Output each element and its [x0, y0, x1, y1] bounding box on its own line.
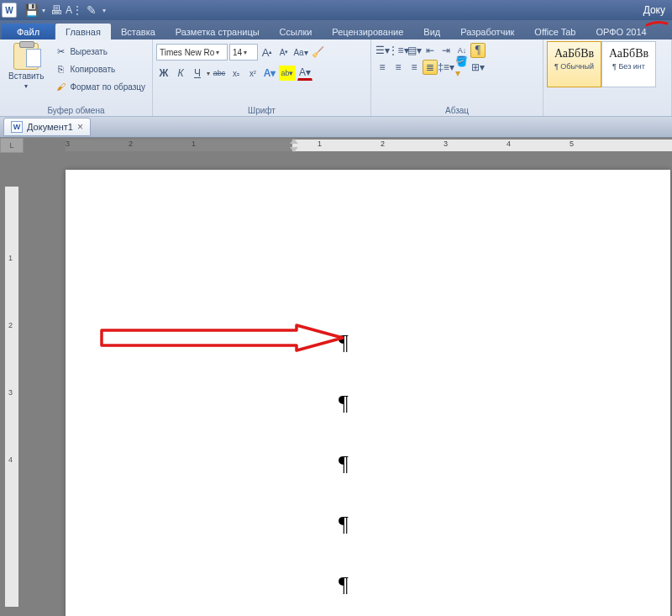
format-painter-label: Формат по образцу [70, 82, 145, 92]
style-name-label: ¶ Без инт [612, 62, 645, 71]
chevron-down-icon: ▾ [216, 49, 219, 56]
developer-tab[interactable]: Разработчик [450, 24, 524, 39]
word-app-icon: W [2, 3, 17, 18]
scissors-icon: ✂ [55, 45, 66, 57]
insert-tab[interactable]: Вставка [111, 24, 165, 39]
ruler-numbers: 32112345 [66, 140, 633, 151]
styles-group: АаБбВв ¶ Обычный АаБбВв ¶ Без инт [543, 39, 672, 116]
clipboard-group: Вставить ▾ ✂Вырезать ⎘Копировать 🖌Формат… [0, 39, 153, 116]
orfo-tab[interactable]: ОРФО 2014 [585, 24, 656, 39]
quick-access-toolbar: 💾 ▾ 🖶 A⋮ ✎ ▾ [24, 3, 107, 18]
paragraph-mark: ¶ [339, 373, 670, 434]
font-size-combo[interactable]: 14▾ [229, 44, 258, 61]
review-tab[interactable]: Рецензирование [322, 24, 413, 39]
find-icon[interactable]: A⋮ [66, 3, 81, 18]
document-tab-label: Документ1 [27, 122, 73, 132]
references-tab[interactable]: Ссылки [270, 24, 323, 39]
word-doc-icon: W [11, 121, 23, 133]
paste-button[interactable]: Вставить ▾ [3, 41, 49, 92]
superscript-button[interactable]: x² [245, 66, 260, 81]
paste-icon [13, 43, 39, 70]
strike-button[interactable]: abc [212, 66, 227, 81]
align-center-button[interactable]: ≡ [391, 60, 406, 75]
brush-icon: 🖌 [55, 81, 66, 92]
paragraph-mark: ¶ [339, 494, 670, 555]
font-group-title: Шрифт [156, 104, 367, 116]
layout-tab[interactable]: Разметка страницы [165, 24, 270, 39]
style-preview: АаБбВв [609, 47, 648, 61]
clipboard-group-title: Буфер обмена [3, 104, 149, 116]
file-tab[interactable]: Файл [2, 24, 55, 39]
borders-button[interactable]: ⊞▾ [470, 60, 486, 75]
paragraph-group: ☰▾ ⋮≡▾ ▤▾ ⇤ ⇥ A↓ ¶ ≡ ≡ ≡ ≣ ‡≡▾ 🪣▾ ⊞▾ Абз… [371, 39, 543, 116]
paste-label: Вставить [8, 71, 44, 81]
close-tab-icon[interactable]: × [77, 121, 83, 133]
decrease-indent-button[interactable]: ⇤ [423, 43, 438, 58]
ribbon-tabs: Файл Главная Вставка Разметка страницы С… [0, 20, 672, 39]
text-effects-button[interactable]: A▾ [262, 66, 277, 81]
copy-label: Копировать [70, 65, 115, 74]
paragraph-mark: ¶ [339, 555, 670, 615]
ribbon: Вставить ▾ ✂Вырезать ⎘Копировать 🖌Формат… [0, 39, 672, 117]
numbering-button[interactable]: ⋮≡▾ [391, 43, 406, 58]
print-icon[interactable]: 🖶 [49, 3, 64, 18]
grow-font-button[interactable]: A▴ [260, 45, 275, 60]
chevron-down-icon: ▾ [24, 82, 28, 90]
font-color-button[interactable]: A▾ [297, 66, 312, 81]
home-tab[interactable]: Главная [55, 24, 111, 39]
workspace: 1 2 3 4 ¶ ¶ ¶ ¶ ¶ [0, 153, 672, 616]
paragraph-group-title: Абзац [375, 104, 539, 116]
style-preview: АаБбВв [554, 47, 594, 61]
copy-button[interactable]: ⎘Копировать [52, 61, 148, 77]
font-group: Times New Ro▾ 14▾ A▴ A▾ Aa▾ 🧹 Ж К Ч ▾ ab… [153, 39, 371, 116]
underline-button[interactable]: Ч [190, 66, 205, 81]
align-right-button[interactable]: ≡ [407, 60, 422, 75]
style-normal[interactable]: АаБбВв ¶ Обычный [547, 41, 601, 87]
window-title: Доку [110, 4, 670, 16]
subscript-button[interactable]: x₂ [228, 66, 244, 81]
align-left-button[interactable]: ≡ [375, 60, 390, 75]
justify-button[interactable]: ≣ [423, 60, 438, 75]
document-page[interactable]: ¶ ¶ ¶ ¶ ¶ [66, 170, 670, 616]
show-paragraph-marks-button[interactable]: ¶ [470, 43, 486, 58]
multilevel-button[interactable]: ▤▾ [407, 43, 422, 58]
copy-icon: ⎘ [55, 63, 66, 75]
italic-button[interactable]: К [173, 66, 188, 81]
page-area: ¶ ¶ ¶ ¶ ¶ [24, 153, 672, 616]
chevron-down-icon[interactable]: ▾ [207, 70, 210, 77]
format-painter-button[interactable]: 🖌Формат по образцу [52, 78, 148, 95]
font-name-combo[interactable]: Times New Ro▾ [156, 44, 228, 61]
qat-dropdown-icon[interactable]: ▾ [102, 3, 107, 18]
bold-button[interactable]: Ж [156, 66, 171, 81]
save-icon[interactable]: 💾 [24, 3, 39, 18]
shrink-font-button[interactable]: A▾ [276, 45, 291, 60]
paragraph-mark: ¶ [339, 434, 670, 494]
document-tab-bar: W Документ1 × [0, 117, 672, 138]
style-name-label: ¶ Обычный [554, 62, 594, 71]
clear-format-button[interactable]: 🧹 [310, 45, 325, 60]
change-case-button[interactable]: Aa▾ [293, 45, 308, 60]
cut-label: Вырезать [70, 47, 107, 56]
highlight-button[interactable]: ab▾ [279, 66, 296, 81]
annotation-arrow [99, 324, 345, 352]
shading-button[interactable]: 🪣▾ [454, 60, 470, 75]
style-no-spacing[interactable]: АаБбВв ¶ Без инт [601, 41, 656, 87]
ruler-corner[interactable]: L [0, 138, 24, 153]
qat-dropdown-icon[interactable]: ▾ [41, 3, 46, 18]
vertical-ruler[interactable]: 1 2 3 4 [0, 153, 24, 616]
chevron-down-icon: ▾ [244, 49, 247, 56]
horizontal-ruler[interactable]: L 32112345 [0, 138, 672, 153]
paragraph-mark: ¶ [339, 313, 670, 373]
brush-icon[interactable]: ✎ [84, 3, 99, 18]
increase-indent-button[interactable]: ⇥ [438, 43, 454, 58]
line-spacing-button[interactable]: ‡≡▾ [438, 60, 454, 75]
view-tab[interactable]: Вид [413, 24, 450, 39]
office-tab[interactable]: Office Tab [524, 24, 585, 39]
indent-marker[interactable] [290, 138, 298, 153]
document-tab[interactable]: W Документ1 × [3, 118, 91, 136]
cut-button[interactable]: ✂Вырезать [52, 43, 148, 60]
title-bar: W 💾 ▾ 🖶 A⋮ ✎ ▾ Доку [0, 0, 672, 20]
